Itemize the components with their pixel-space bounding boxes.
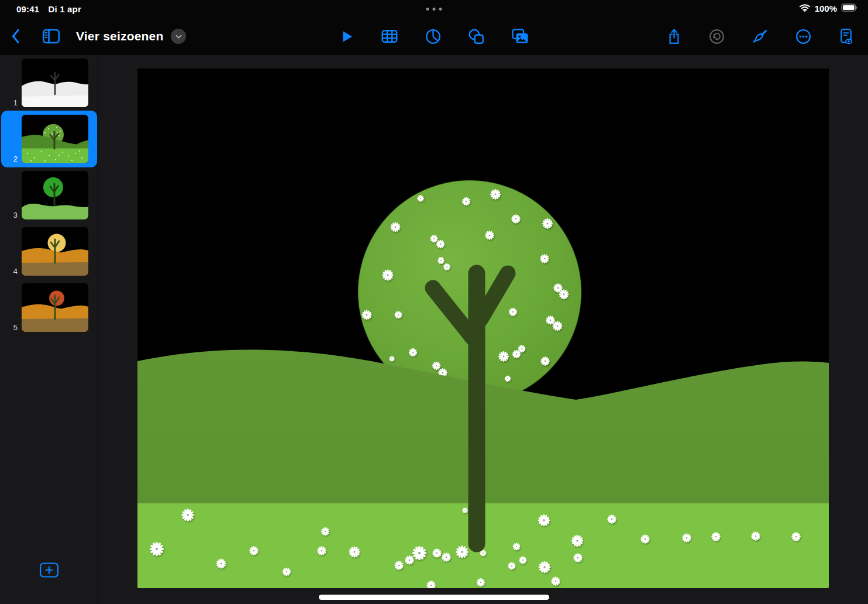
document-title: Vier seizoenen	[76, 29, 163, 43]
presenter-notes-button[interactable]	[838, 28, 854, 45]
toolbar-center-group	[339, 18, 529, 55]
toolbar-right-group	[666, 18, 854, 55]
status-time: 09:41	[16, 4, 39, 14]
play-button[interactable]	[339, 29, 354, 44]
slide-canvas[interactable]	[137, 68, 829, 588]
slide-item-3[interactable]: 3	[0, 171, 98, 219]
share-button[interactable]	[666, 28, 682, 45]
slide-number: 4	[0, 267, 18, 276]
slide-item-2[interactable]: 2	[0, 115, 98, 163]
toolbar: Vier seizoenen	[0, 18, 868, 55]
battery-icon	[841, 4, 857, 13]
slide-navigator-button[interactable]	[42, 28, 60, 44]
chart-pie-button[interactable]	[425, 28, 442, 45]
slide-number: 2	[0, 155, 18, 163]
slide-thumbnail[interactable]	[22, 171, 88, 219]
slide-list: 12345	[0, 55, 98, 332]
shapes-button[interactable]	[468, 28, 485, 45]
back-button[interactable]	[9, 28, 22, 44]
table-button[interactable]	[381, 28, 398, 45]
slide-thumbnail[interactable]	[22, 283, 88, 332]
slide-thumbnail[interactable]	[22, 115, 88, 163]
slide-number: 3	[0, 211, 18, 219]
slide-item-4[interactable]: 4	[0, 227, 98, 276]
multitasking-indicator[interactable]	[426, 8, 442, 11]
slide-thumbnail[interactable]	[22, 59, 88, 107]
home-indicator[interactable]	[319, 595, 549, 600]
slide-number: 1	[0, 98, 18, 107]
battery-percent: 100%	[815, 4, 837, 13]
add-slide-button[interactable]	[39, 562, 59, 578]
wifi-icon	[799, 4, 811, 13]
status-bar: 09:41 Di 1 apr 100%	[0, 0, 868, 18]
status-date: Di 1 apr	[48, 4, 81, 14]
keynote-app: 09:41 Di 1 apr 100% Vier seizoenen 12345	[0, 0, 868, 604]
slide-number: 5	[0, 323, 18, 332]
slide-thumbnail[interactable]	[22, 227, 88, 276]
more-button[interactable]	[795, 28, 812, 45]
format-brush-button[interactable]	[752, 28, 769, 45]
slide-item-5[interactable]: 5	[0, 283, 98, 332]
content-area: 12345	[0, 55, 868, 604]
undo-button	[708, 28, 725, 45]
media-button[interactable]	[511, 28, 529, 45]
slide-item-1[interactable]: 1	[0, 59, 98, 107]
slide-navigator: 12345	[0, 55, 98, 604]
title-menu-button[interactable]	[171, 29, 186, 44]
